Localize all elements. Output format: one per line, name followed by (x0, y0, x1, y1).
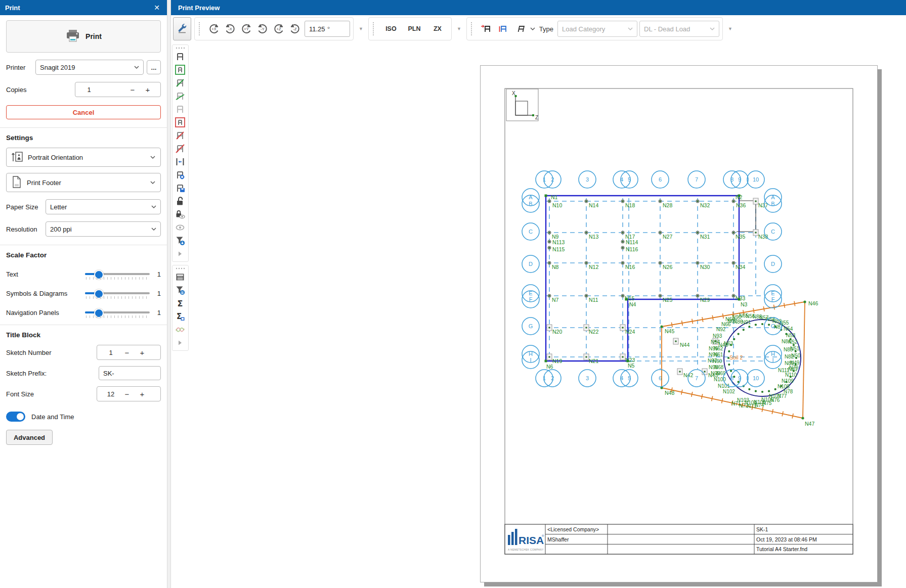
sketch-number-value: 1 (102, 349, 119, 356)
sketch-number-plus-button[interactable]: + (135, 348, 150, 357)
cancel-button[interactable]: Cancel (6, 105, 161, 119)
load-category-select[interactable]: Load Category (557, 21, 637, 37)
font-size-minus-button[interactable]: − (119, 390, 135, 398)
sigma-box-icon[interactable]: Σ (172, 310, 187, 323)
sketch-number-minus-button[interactable]: − (119, 348, 135, 357)
member-save-icon[interactable] (172, 182, 187, 195)
grid-bubble-label: G (771, 323, 775, 329)
chevron-down-icon (150, 156, 155, 159)
printer-more-button[interactable]: ... (147, 60, 161, 74)
sketch-number-stepper[interactable]: 1 − + (97, 345, 161, 360)
sketch-number-label: Sketch Number (6, 349, 97, 356)
rotate-minusy-button[interactable]: -Y (255, 20, 270, 37)
date-time-toggle[interactable] (6, 412, 25, 422)
expand-icon[interactable] (172, 336, 187, 349)
lock-eye-icon[interactable] (172, 208, 187, 221)
titleblock-filename: Tutorial A4 Starter.fnd (756, 546, 807, 552)
node-label: N26 (663, 264, 672, 270)
paper-size-select[interactable]: Letter (46, 199, 161, 214)
eye-icon[interactable] (172, 221, 187, 234)
member-green-draw-icon[interactable] (172, 76, 187, 89)
chevron-down-icon (150, 181, 155, 185)
distributed-load-icon[interactable] (496, 20, 511, 37)
rotate-minusx-button[interactable]: -X (223, 20, 238, 37)
node-label: N12 (589, 264, 598, 270)
sigma-icon[interactable]: Σ (172, 297, 187, 310)
node-label: N93 (713, 333, 722, 339)
close-icon[interactable]: ✕ (152, 4, 162, 12)
grid-bubble-label: 3 (586, 375, 589, 381)
copies-plus-button[interactable]: + (140, 85, 155, 94)
panel-divider[interactable] (167, 0, 171, 588)
grid-bubble-label: 9 (738, 176, 741, 183)
printer-select[interactable]: Snagit 2019 (35, 60, 144, 75)
font-size-plus-button[interactable]: + (135, 390, 150, 398)
divider (0, 245, 167, 245)
footer-select[interactable]: Print Footer (6, 173, 161, 192)
toolbar-overflow-caret[interactable]: ▼ (455, 26, 463, 31)
toolbar-overflow-caret[interactable]: ▼ (726, 26, 735, 31)
orientation-select[interactable]: Portrait Orientation (6, 148, 161, 167)
load-case-select[interactable]: DL - Dead Load (639, 21, 719, 37)
node-label: N4 (629, 301, 636, 307)
node-label: N67 (727, 319, 737, 324)
member-icon[interactable] (172, 50, 187, 63)
node-label: N91 (742, 320, 751, 325)
moment-load-icon[interactable] (513, 20, 528, 37)
sketch-prefix-input[interactable]: SK- (99, 366, 161, 380)
node-label: N44 (680, 342, 689, 348)
resolution-select[interactable]: 200 ppi (46, 221, 161, 237)
node-label: N85 (784, 347, 793, 352)
rotation-angle-input[interactable]: 11.25 ° (305, 21, 350, 37)
drag-handle-icon[interactable] (471, 22, 474, 35)
nav-scale-slider[interactable] (85, 308, 150, 316)
copies-minus-button[interactable]: − (125, 85, 140, 94)
rotate-plusx-button[interactable]: +X (206, 20, 222, 37)
symbols-scale-slider[interactable] (85, 289, 150, 297)
print-button[interactable]: Print (6, 20, 161, 53)
rotate-plusz-button[interactable]: +Z (271, 20, 286, 37)
toolbar-overflow-caret[interactable]: ▼ (357, 26, 365, 31)
member-gray-icon[interactable] (172, 103, 187, 116)
node-label: N28 (663, 202, 672, 208)
filter-down-icon[interactable] (172, 234, 187, 247)
dimension-icon[interactable] (172, 155, 187, 168)
lock-open-icon[interactable] (172, 195, 187, 208)
axis-z-label: Z (535, 115, 538, 120)
type-label: Type (539, 25, 553, 33)
text-scale-slider[interactable] (85, 270, 150, 278)
member-green-line-icon[interactable] (172, 89, 187, 103)
chevron-down-icon[interactable] (530, 27, 535, 31)
member-red-draw-icon[interactable] (172, 129, 187, 142)
node-label: N63 (724, 341, 734, 346)
svg-text:+X: +X (211, 27, 216, 31)
settings-heading: Settings (6, 134, 161, 142)
drag-handle-icon[interactable] (199, 22, 202, 35)
filter-list-icon[interactable] (172, 284, 187, 297)
risa-logo-text: RISA (519, 534, 544, 546)
node-label: N22 (589, 329, 598, 335)
member-red-box-icon[interactable] (172, 116, 187, 129)
node-label: N38 (758, 234, 768, 240)
annotate-tool-button[interactable] (173, 17, 191, 40)
rotate-minusz-button[interactable]: -Z (287, 20, 303, 37)
print-button-label: Print (85, 32, 102, 40)
iso-view-button[interactable]: ISO (380, 20, 402, 37)
font-size-stepper[interactable]: 12 − + (97, 386, 161, 401)
graph-icon[interactable] (172, 323, 187, 336)
rotate-plusy-button[interactable]: +Y (239, 20, 254, 37)
expand-icon[interactable] (172, 247, 187, 260)
node-label: N8 (552, 264, 559, 270)
member-green-box-icon[interactable] (172, 63, 187, 76)
advanced-button[interactable]: Advanced (6, 430, 53, 445)
member-red-slash-icon[interactable] (172, 142, 187, 155)
point-load-icon[interactable] (479, 20, 494, 37)
plan-view-button[interactable]: PLN (404, 20, 425, 37)
text-scale-value: 1 (155, 270, 161, 278)
svg-text:+Z: +Z (277, 27, 281, 31)
drag-handle-icon[interactable] (373, 22, 376, 35)
zx-view-button[interactable]: ZX (427, 20, 448, 37)
table-icon[interactable] (172, 270, 187, 284)
member-gear-icon[interactable] (172, 168, 187, 182)
copies-stepper[interactable]: 1 − + (75, 82, 161, 97)
